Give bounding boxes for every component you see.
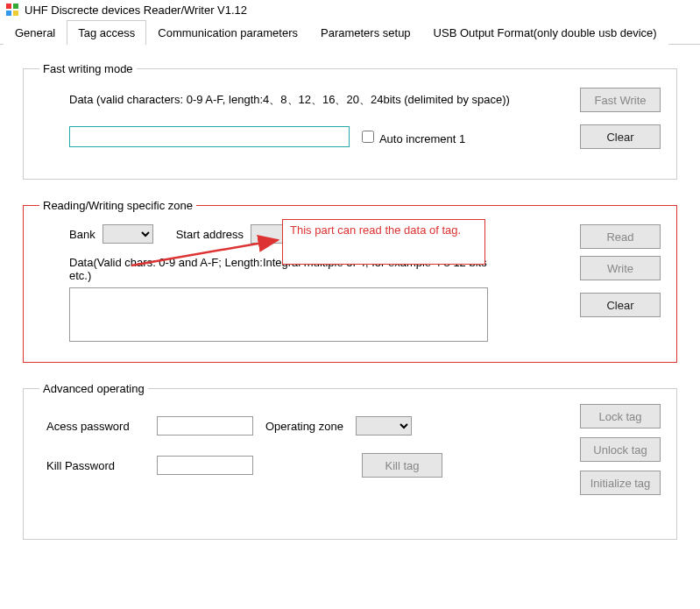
initialize-tag-button[interactable]: Initialize tag: [580, 471, 661, 495]
reading-writing-zone-legend: Reading/Writing specific zone: [39, 199, 196, 212]
operating-zone-select[interactable]: [356, 416, 412, 436]
kill-tag-button[interactable]: Kill tag: [362, 453, 442, 478]
lock-tag-button[interactable]: Lock tag: [580, 404, 661, 428]
start-address-label: Start address: [176, 228, 244, 241]
auto-increment-checkbox[interactable]: [362, 131, 374, 143]
auto-increment-checkbox-label[interactable]: Auto increment 1: [358, 128, 465, 145]
app-icon: [5, 3, 19, 17]
svg-rect-3: [13, 11, 18, 16]
fast-write-clear-button[interactable]: Clear: [580, 124, 661, 149]
tab-parameters-setup[interactable]: Parameters setup: [309, 20, 422, 45]
access-password-label: Acess password: [46, 420, 145, 433]
svg-rect-0: [6, 4, 11, 9]
tab-tag-access[interactable]: Tag access: [67, 20, 146, 45]
annotation-callout: This part can read the data of tag.: [282, 219, 485, 265]
advanced-operating-group: Advanced operating Acess password Operat…: [23, 382, 677, 540]
tab-general[interactable]: General: [4, 20, 67, 45]
fast-write-data-input[interactable]: [69, 126, 350, 147]
fast-write-button[interactable]: Fast Write: [580, 88, 661, 112]
fast-write-data-label: Data (valid characters: 0-9 A-F, length:…: [69, 92, 510, 108]
tab-usb-output-format[interactable]: USB Output Format(only double usb device…: [422, 20, 668, 45]
unlock-tag-button[interactable]: Unlock tag: [580, 437, 661, 462]
write-button[interactable]: Write: [580, 256, 661, 280]
fast-writing-mode-group: Fast writing mode Data (valid characters…: [23, 62, 677, 180]
operating-zone-label: Operating zone: [265, 420, 343, 433]
tab-bar: General Tag access Communication paramet…: [0, 19, 700, 45]
advanced-operating-legend: Advanced operating: [39, 382, 148, 395]
kill-password-input[interactable]: [157, 456, 253, 475]
tab-content: Fast writing mode Data (valid characters…: [0, 45, 700, 577]
annotation-text: This part can read the data of tag.: [290, 223, 461, 237]
bank-label: Bank: [69, 228, 95, 241]
svg-rect-1: [13, 4, 18, 9]
svg-rect-2: [6, 11, 11, 16]
access-password-input[interactable]: [157, 416, 253, 436]
titlebar: UHF Discrecte devices Reader/Writer V1.1…: [0, 0, 700, 19]
window-title: UHF Discrecte devices Reader/Writer V1.1…: [25, 4, 247, 17]
bank-select[interactable]: [103, 224, 153, 244]
read-button[interactable]: Read: [580, 224, 661, 249]
rw-data-textarea[interactable]: [69, 287, 488, 342]
kill-password-label: Kill Password: [46, 459, 145, 472]
rw-clear-button[interactable]: Clear: [580, 293, 661, 317]
fast-writing-mode-legend: Fast writing mode: [39, 62, 137, 75]
tab-communication-parameters[interactable]: Communication parameters: [146, 20, 309, 45]
auto-increment-text: Auto increment 1: [379, 132, 465, 145]
